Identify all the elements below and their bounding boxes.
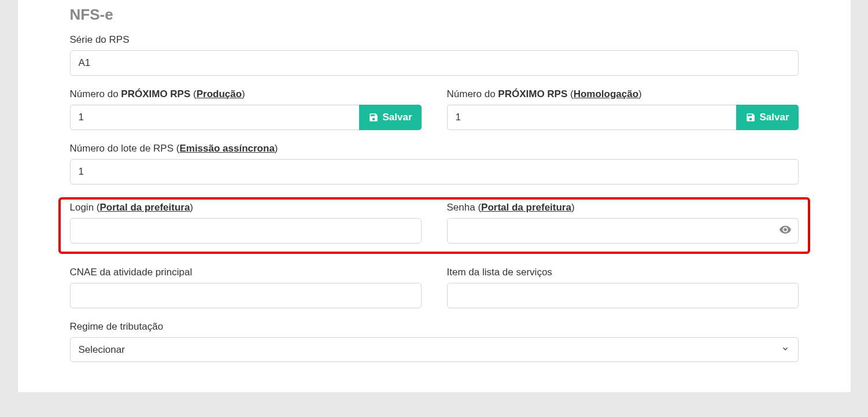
- lote-rps-group: Número do lote de RPS (Emissão assíncron…: [70, 143, 799, 184]
- login-group: Login (Portal da prefeitura): [70, 202, 422, 243]
- portal-prefeitura-link[interactable]: Portal da prefeitura: [99, 202, 190, 213]
- nfse-form-container: NFS-e Série do RPS Número do PRÓXIMO RPS…: [18, 0, 851, 392]
- toggle-password-visibility[interactable]: [779, 223, 792, 238]
- senha-input[interactable]: [447, 218, 799, 243]
- senha-group: Senha (Portal da prefeitura): [447, 202, 799, 243]
- serie-rps-input[interactable]: [70, 50, 799, 76]
- regime-tributacao-select[interactable]: Selecionar: [70, 337, 799, 362]
- login-label: Login (Portal da prefeitura): [70, 202, 422, 213]
- save-label: Salvar: [759, 112, 789, 123]
- cnae-input[interactable]: [70, 283, 422, 308]
- login-input[interactable]: [70, 218, 422, 243]
- proximo-rps-producao-label: Número do PRÓXIMO RPS (Produção): [70, 88, 422, 100]
- credentials-highlight-box: Login (Portal da prefeitura) Senha (Port…: [58, 197, 810, 254]
- label-text: Senha (: [447, 202, 482, 213]
- regime-tributacao-label: Regime de tributação: [70, 321, 799, 333]
- label-text: (: [567, 88, 573, 99]
- eye-icon: [779, 223, 792, 238]
- label-text: Login (: [70, 202, 100, 213]
- save-icon: [745, 112, 756, 123]
- label-text: ): [242, 88, 245, 99]
- label-text: ): [190, 202, 193, 213]
- producao-link[interactable]: Produção: [197, 88, 242, 99]
- emissao-assincrona-link[interactable]: Emissão assíncrona: [179, 143, 274, 154]
- save-label: Salvar: [382, 112, 412, 123]
- lote-rps-input[interactable]: [70, 159, 799, 184]
- proximo-rps-homolog-label: Número do PRÓXIMO RPS (Homologação): [447, 88, 799, 100]
- proximo-rps-homolog-input[interactable]: [447, 105, 737, 130]
- label-text: ): [275, 143, 278, 154]
- section-title: NFS-e: [70, 6, 799, 24]
- label-text: Número do: [447, 88, 498, 99]
- label-text: ): [638, 88, 642, 99]
- label-text: ): [571, 202, 575, 213]
- label-text: Número do: [70, 88, 121, 99]
- proximo-rps-producao-input[interactable]: [70, 105, 360, 130]
- serie-rps-group: Série do RPS: [70, 34, 799, 76]
- portal-prefeitura-link[interactable]: Portal da prefeitura: [481, 202, 571, 213]
- proximo-rps-homolog-group: Número do PRÓXIMO RPS (Homologação) Salv…: [447, 88, 799, 130]
- homologacao-link[interactable]: Homologação: [574, 88, 638, 99]
- regime-tributacao-group: Regime de tributação Selecionar: [70, 321, 799, 362]
- serie-rps-label: Série do RPS: [70, 34, 799, 46]
- save-icon: [368, 112, 379, 123]
- label-bold: PRÓXIMO RPS: [498, 88, 567, 99]
- cnae-group: CNAE da atividade principal: [70, 267, 422, 308]
- item-lista-label: Item da lista de serviços: [447, 267, 799, 278]
- senha-label: Senha (Portal da prefeitura): [447, 202, 799, 213]
- save-producao-button[interactable]: Salvar: [359, 105, 421, 130]
- cnae-label: CNAE da atividade principal: [70, 267, 422, 278]
- label-bold: PRÓXIMO RPS: [121, 88, 190, 99]
- save-homolog-button[interactable]: Salvar: [736, 105, 798, 130]
- proximo-rps-producao-group: Número do PRÓXIMO RPS (Produção) Salvar: [70, 88, 422, 130]
- label-text: (: [190, 88, 196, 99]
- item-lista-input[interactable]: [447, 283, 799, 308]
- lote-rps-label: Número do lote de RPS (Emissão assíncron…: [70, 143, 799, 154]
- item-lista-group: Item da lista de serviços: [447, 267, 799, 308]
- label-text: Número do lote de RPS (: [70, 143, 180, 154]
